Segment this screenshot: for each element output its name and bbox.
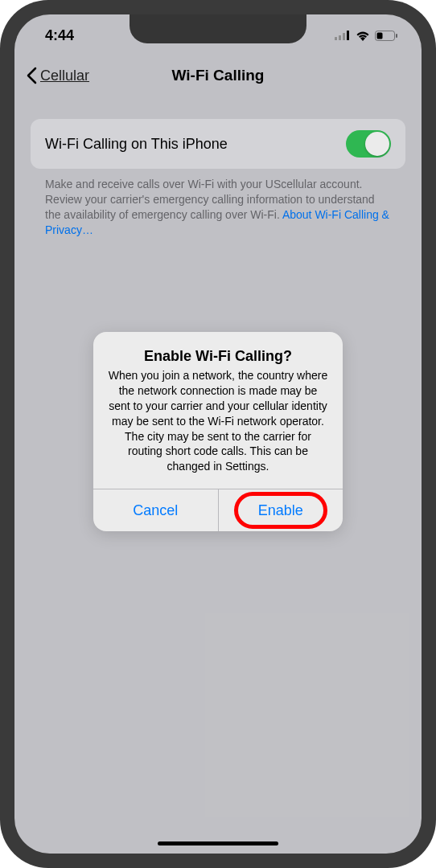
alert-dialog: Enable Wi-Fi Calling? When you join a ne… [93,332,343,531]
phone-frame: 4:44 [0,0,436,868]
alert-content: Enable Wi-Fi Calling? When you join a ne… [93,332,343,489]
enable-button[interactable]: Enable [219,489,343,531]
modal-overlay: Enable Wi-Fi Calling? When you join a ne… [14,14,422,854]
enable-label: Enable [258,502,303,519]
cancel-label: Cancel [133,502,178,519]
alert-message: When you join a network, the country whe… [108,368,328,474]
home-indicator[interactable] [158,841,278,845]
alert-title: Enable Wi-Fi Calling? [108,348,328,365]
screen: 4:44 [14,14,422,854]
alert-buttons: Cancel Enable [93,489,343,531]
cancel-button[interactable]: Cancel [93,489,219,531]
